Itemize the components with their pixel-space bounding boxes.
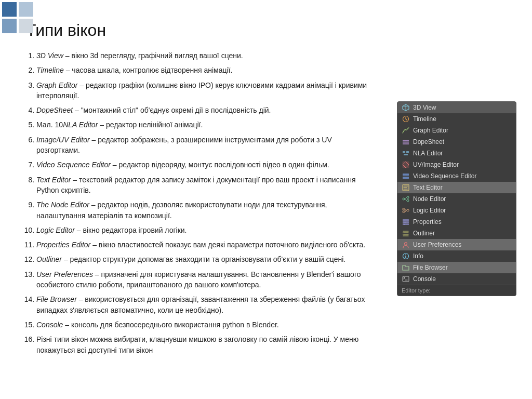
item-description: – вікно властивостей показує вам деякі п… [92, 241, 365, 249]
sidebar-item-label: Console [413, 275, 512, 283]
list-item: Image/UV Editor – редактор зображень, з … [36, 135, 376, 156]
item-description: – вікно 3d перегляду, графічний вигляд в… [65, 51, 243, 60]
term-label: Image/UV Editor [36, 136, 90, 144]
sidebar-item-label: 3D View [413, 104, 512, 111]
svg-point-23 [403, 232, 404, 233]
sidebar-item-label: Properties [413, 218, 512, 225]
item-description: – текстовий редактор для запису заміток … [36, 176, 356, 194]
properties-icon [402, 218, 410, 226]
sidebar-item-label: Node Editor [413, 195, 512, 203]
list-item: 3D View – вікно 3d перегляду, графічний … [36, 50, 376, 61]
term-label: Graph Editor [36, 81, 77, 89]
svg-rect-1 [403, 140, 409, 141]
item-description: – часова шкала, контролює відтворення ан… [66, 66, 233, 74]
list-item: User Preferences – призначені для корист… [36, 269, 376, 290]
svg-point-27 [405, 254, 406, 255]
term-label: The Node Editor [36, 201, 89, 209]
term-label: Console [36, 321, 63, 329]
sidebar-item-text-editor[interactable]: Text Editor [397, 182, 516, 193]
sidebar-item-user-preferences[interactable]: User Preferences [397, 239, 516, 250]
item-description: – редактор структури допомагає знаходити… [64, 255, 345, 263]
item-description: Різні типи вікон можна вибирати, клацнув… [36, 335, 358, 354]
file-browser-icon [402, 263, 410, 272]
sidebar-item-uv-image-editor[interactable]: UV/Image Editor [397, 159, 516, 170]
list-item: DopeSheet – "монтажний стіл" об'єднує ок… [36, 105, 376, 115]
item-description: – редактор графіки (колишнє вікно IPO) к… [36, 81, 367, 100]
term-label: Text Editor [36, 176, 71, 184]
svg-rect-9 [403, 177, 409, 179]
term-label: Outliner [36, 255, 62, 263]
item-description: – "монтажний стіл" об'єднує окремі дії в… [75, 106, 271, 114]
svg-rect-8 [403, 174, 409, 176]
svg-rect-21 [404, 222, 406, 222]
sidebar-item-outliner[interactable]: Outliner [397, 228, 516, 239]
sidebar-item-node-editor[interactable]: Node Editor [397, 193, 516, 205]
svg-rect-4 [403, 151, 405, 153]
term-label: 3D View [36, 51, 63, 60]
nla-icon [402, 149, 410, 157]
sidebar-item-nla-editor[interactable]: NLA Editor [397, 148, 516, 159]
sidebar-item-console[interactable]: Console [397, 273, 516, 285]
sidebar-item-label: Timeline [413, 115, 512, 123]
sidebar-item-label: UV/Image Editor [413, 161, 512, 168]
svg-rect-5 [406, 151, 409, 153]
list-item: Graph Editor – редактор графіки (колишнє… [36, 80, 376, 101]
item-description: – використовується для організації, зава… [36, 295, 365, 314]
term-label: File Browser [36, 295, 77, 303]
sidebar-item-file-browser[interactable]: File Browser [397, 262, 516, 273]
svg-point-12 [407, 196, 409, 198]
editor-types-list: 3D View – вікно 3d перегляду, графічний … [36, 50, 376, 355]
list-item: File Browser – використовується для орга… [36, 294, 376, 315]
sidebar-item-label: Info [413, 252, 512, 260]
list-item: Outliner – редактор структури допомагає … [36, 254, 376, 264]
clock-icon [402, 115, 410, 123]
sidebar-item-label: File Browser [413, 264, 512, 271]
console-icon [402, 275, 410, 283]
list-item: Різні типи вікон можна вибирати, клацнув… [36, 334, 376, 355]
sidebar-item-label: Graph Editor [413, 127, 512, 134]
sidebar-item-label: NLA Editor [413, 150, 512, 157]
sidebar-item-properties[interactable]: Properties [397, 216, 516, 228]
user-preferences-icon [402, 241, 410, 249]
svg-rect-22 [404, 224, 405, 224]
item-description: – вікно редактора ігровий логіки. [77, 226, 187, 234]
sidebar-item-info[interactable]: Info [397, 250, 516, 262]
vse-icon [402, 172, 410, 180]
sidebar-item-timeline[interactable]: Timeline [397, 113, 516, 125]
decorative-squares [0, 0, 42, 31]
term-label: Properties Editor [36, 241, 90, 249]
node-icon [402, 195, 410, 203]
svg-rect-2 [403, 142, 409, 143]
svg-rect-15 [403, 211, 405, 212]
list-item: Timeline – часова шкала, контролює відтв… [36, 65, 376, 75]
sidebar-item-3dview[interactable]: 3D View [397, 102, 516, 113]
graph-icon [402, 126, 410, 135]
sidebar-item-graph-editor[interactable]: Graph Editor [397, 125, 516, 136]
editor-type-label: Editor type: [402, 287, 431, 294]
term-label: NLA Editor [63, 121, 98, 129]
term-label: Logic Editor [36, 226, 75, 234]
list-item: Мал. 10NLA Editor – редактор нелінійної … [36, 119, 376, 130]
text-icon [402, 183, 410, 192]
svg-rect-3 [403, 143, 409, 144]
sidebar-item-label: Video Sequence Editor [413, 172, 512, 180]
sidebar-item-label: DopeSheet [413, 138, 512, 145]
sidebar-item-dopesheet[interactable]: DopeSheet [397, 136, 516, 148]
list-item: Video Sequence Editor – редактор відеоря… [36, 159, 376, 170]
item-description: – редактор відеоряду, монтує послідовнос… [113, 161, 329, 169]
sidebar-item-video-sequence-editor[interactable]: Video Sequence Editor [397, 170, 516, 182]
sidebar-footer: Editor type: [397, 285, 516, 296]
info-icon [402, 252, 410, 260]
svg-rect-6 [404, 154, 408, 155]
sidebar-item-logic-editor[interactable]: Logic Editor [397, 205, 516, 216]
outliner-icon [402, 229, 410, 237]
svg-rect-7 [403, 162, 409, 168]
svg-point-25 [405, 243, 407, 245]
editor-type-panel: 3D View Timeline Graph Editor Do [397, 101, 516, 296]
term-label: DopeSheet [36, 106, 73, 114]
svg-rect-16 [407, 210, 409, 211]
svg-point-11 [403, 198, 405, 200]
sidebar-item-label: Outliner [413, 230, 512, 237]
svg-point-13 [407, 200, 409, 202]
svg-rect-17 [403, 219, 409, 221]
